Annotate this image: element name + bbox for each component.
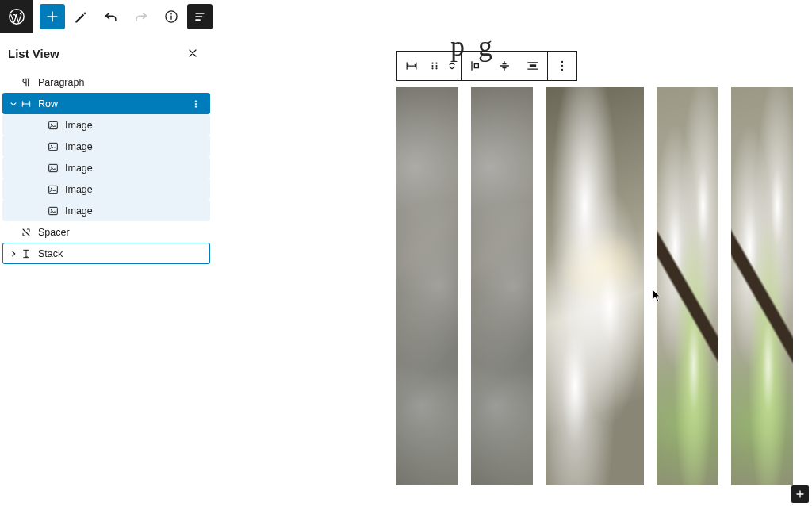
list-view-toggle-button[interactable] [187, 4, 213, 29]
tree-item-options [190, 162, 202, 174]
justify-button[interactable] [462, 52, 490, 80]
svg-rect-15 [49, 207, 58, 214]
image-block[interactable] [471, 87, 533, 485]
svg-point-21 [431, 67, 433, 69]
tree-item-label: Image [65, 141, 190, 152]
svg-point-5 [195, 103, 197, 105]
block-toolbar [396, 51, 577, 81]
tree-item-label: Row [38, 98, 190, 109]
image-icon [47, 183, 59, 196]
svg-point-19 [431, 65, 433, 67]
block-options-button[interactable] [548, 52, 576, 80]
edit-tools-button[interactable] [67, 2, 95, 31]
drag-icon [427, 58, 442, 74]
tree-item-label: Image [65, 205, 190, 217]
svg-rect-11 [49, 164, 58, 171]
svg-point-26 [561, 69, 563, 71]
svg-point-10 [51, 144, 52, 146]
tree-item-options [190, 205, 202, 217]
spacer-icon [20, 226, 33, 239]
svg-rect-13 [49, 186, 58, 193]
svg-point-17 [431, 63, 433, 64]
svg-point-20 [435, 65, 437, 67]
svg-rect-7 [49, 121, 58, 128]
add-block-inline-button[interactable] [791, 485, 809, 503]
svg-point-4 [195, 100, 197, 102]
close-list-view-button[interactable] [184, 44, 201, 62]
tree-item-options [190, 76, 202, 89]
block-type-row-button[interactable] [397, 52, 426, 80]
move-up-down-button[interactable] [443, 52, 461, 80]
image-icon [47, 140, 59, 153]
svg-rect-23 [530, 64, 536, 67]
admin-top-bar [0, 0, 812, 34]
drag-handle[interactable] [426, 52, 443, 80]
document-info-button[interactable] [157, 2, 186, 31]
redo-button[interactable] [127, 2, 155, 31]
mouse-cursor-icon [652, 289, 663, 303]
block-tree: ParagraphRowImageImageImageImageImageSpa… [0, 71, 213, 266]
more-vertical-icon [554, 58, 570, 74]
svg-point-14 [51, 187, 52, 189]
paragraph-icon [20, 76, 33, 89]
list-view-panel: List View ParagraphRowImageImageImageIma… [0, 33, 213, 506]
tree-item-spacer[interactable]: Spacer [2, 221, 210, 243]
image-icon [47, 162, 59, 174]
width-button[interactable] [519, 52, 547, 80]
align-button[interactable] [490, 52, 519, 80]
tree-item-image[interactable]: Image [2, 157, 210, 178]
tree-item-options [190, 183, 202, 196]
svg-point-25 [561, 65, 563, 67]
editor-canvas[interactable]: p g [213, 33, 812, 506]
svg-point-22 [435, 67, 437, 69]
alignment-matrix-icon [525, 58, 541, 74]
expand-toggle[interactable] [7, 248, 20, 259]
svg-rect-9 [49, 143, 58, 150]
list-view-title: List View [8, 47, 59, 60]
tree-item-options [190, 140, 202, 153]
image-icon [47, 205, 59, 217]
list-view-header: List View [0, 33, 213, 71]
tree-item-stack[interactable]: Stack [2, 243, 210, 264]
plus-icon [794, 488, 806, 500]
svg-point-12 [51, 166, 52, 167]
image-block[interactable] [396, 87, 458, 485]
wordpress-logo-button[interactable] [0, 0, 33, 33]
row-block[interactable] [396, 87, 793, 485]
tree-item-label: Image [65, 163, 190, 174]
undo-button[interactable] [97, 2, 125, 31]
tree-item-row[interactable]: Row [2, 93, 210, 114]
expand-toggle[interactable] [7, 98, 20, 109]
stack-icon [20, 247, 33, 260]
tree-item-label: Spacer [38, 227, 190, 238]
tree-item-image[interactable]: Image [2, 136, 210, 157]
svg-point-8 [51, 123, 52, 125]
image-block[interactable] [657, 87, 718, 485]
add-block-button[interactable] [40, 4, 65, 29]
chevrons-updown-icon [445, 59, 459, 73]
svg-point-16 [51, 209, 52, 210]
wordpress-logo-icon [8, 8, 25, 25]
justify-left-icon [468, 58, 484, 74]
image-block[interactable] [546, 87, 645, 485]
tree-item-options [190, 247, 202, 260]
svg-rect-3 [170, 16, 171, 20]
image-icon [47, 119, 59, 132]
row-icon [20, 98, 33, 110]
tree-item-label: Stack [38, 248, 190, 259]
svg-point-2 [170, 13, 172, 15]
svg-point-18 [435, 63, 437, 64]
tree-item-image[interactable]: Image [2, 114, 210, 136]
editor-top-toolbar [33, 0, 213, 33]
svg-point-24 [561, 61, 563, 63]
tree-item-image[interactable]: Image [2, 200, 210, 221]
tree-item-paragraph[interactable]: Paragraph [2, 71, 210, 93]
tree-item-options[interactable] [190, 98, 202, 110]
align-center-icon [496, 58, 512, 74]
tree-item-image[interactable]: Image [2, 178, 210, 200]
tree-item-options [190, 226, 202, 239]
tree-item-label: Paragraph [38, 77, 190, 88]
image-block[interactable] [731, 87, 793, 485]
tree-item-options [190, 119, 202, 132]
row-icon [404, 58, 419, 74]
